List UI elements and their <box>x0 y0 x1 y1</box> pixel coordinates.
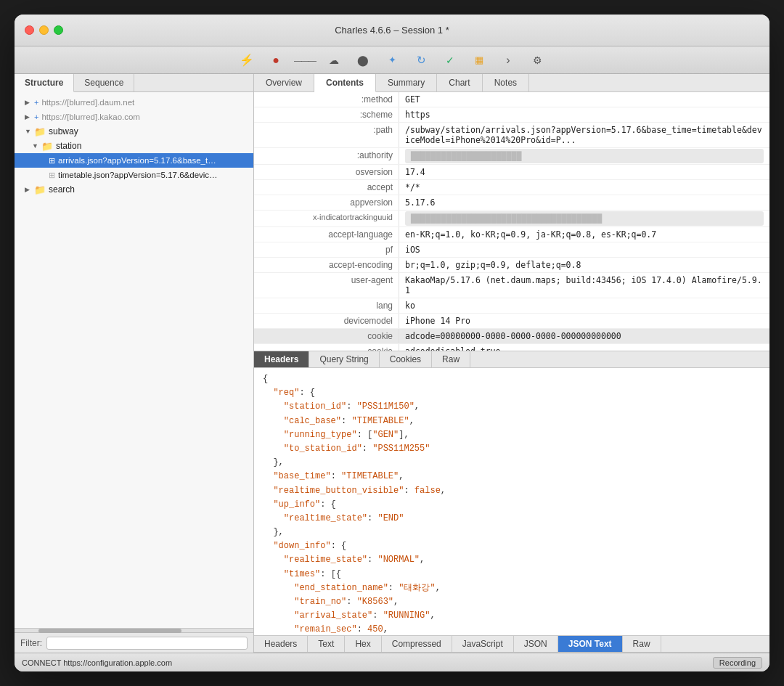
tab-summary[interactable]: Summary <box>376 74 437 91</box>
header-val-osversion: 17.4 <box>399 165 769 179</box>
tree-label-subway: subway <box>49 126 78 136</box>
header-row-scheme: :scheme https <box>254 107 769 123</box>
json-content[interactable]: { "req": { "station_id": "PSS11M150", "c… <box>254 368 769 635</box>
header-row-tracking: x-indicatortrackinguuid ████████████████… <box>254 211 769 227</box>
top-tabs: Overview Contents Summary Chart Notes <box>254 74 769 92</box>
subtab-querystring[interactable]: Query String <box>309 351 379 367</box>
subtab-cookies[interactable]: Cookies <box>380 351 432 367</box>
json-line: "realtime_state": "NORMAL", <box>263 553 761 567</box>
tree-item-station[interactable]: ▼ 📁 station <box>15 139 253 153</box>
header-row-method: :method GET <box>254 92 769 107</box>
header-val-pf: iOS <box>399 242 769 257</box>
header-val-method: GET <box>399 92 769 107</box>
file-icon-arrivals: ⊞ <box>49 156 55 166</box>
header-key-authority: :authority <box>254 148 399 164</box>
subtab-raw[interactable]: Raw <box>432 351 470 367</box>
tree-item-1[interactable]: ▶ + https://[blurred].daum.net <box>15 95 253 110</box>
btab-text[interactable]: Text <box>308 636 345 652</box>
json-line: "station_id": "PSS11M150", <box>263 400 761 414</box>
header-row-encoding: accept-encoding br;q=1.0, gzip;q=0.9, de… <box>254 258 769 273</box>
sidebar-filter: Filter: <box>15 632 253 653</box>
header-row-appversion: appversion 5.17.6 <box>254 195 769 211</box>
json-line: { <box>263 372 761 386</box>
btab-jsontext[interactable]: JSON Text <box>558 636 623 652</box>
tree-item-arrivals[interactable]: ⊞ arrivals.json?appVersion=5.17.6&base_t… <box>15 153 253 168</box>
tab-chart[interactable]: Chart <box>437 74 482 91</box>
header-val-useragent: KakaoMap/5.17.6 (net.daum.maps; build:43… <box>399 273 769 298</box>
check-btn[interactable]: ✓ <box>440 50 460 70</box>
json-line: "running_type": ["GEN"], <box>263 428 761 442</box>
header-row-langko: lang ko <box>254 298 769 314</box>
header-key-osversion: osversion <box>254 165 399 179</box>
tab-notes[interactable]: Notes <box>483 74 529 91</box>
globe-icon: + <box>34 98 38 107</box>
header-row-pf: pf iOS <box>254 242 769 258</box>
file-icon-timetable: ⊞ <box>49 171 55 180</box>
subtab-headers[interactable]: Headers <box>254 351 309 367</box>
header-key-encoding: accept-encoding <box>254 258 399 272</box>
right-panel: Overview Contents Summary Chart Notes :m… <box>254 74 769 653</box>
recording-badge[interactable]: Recording <box>713 657 762 669</box>
sidebar-tree: ▶ + https://[blurred].daum.net ▶ + https… <box>15 92 253 628</box>
json-line: "times": [{ <box>263 568 761 581</box>
json-line: "end_station_name": "태화강", <box>263 581 761 595</box>
header-key-cookie1: cookie <box>254 329 399 343</box>
tab-overview[interactable]: Overview <box>254 74 314 91</box>
btab-json[interactable]: JSON <box>514 636 558 652</box>
header-row-lang: accept-language en-KR;q=1.0, ko-KR;q=0.9… <box>254 227 769 242</box>
btab-javascript[interactable]: JavaScript <box>452 636 514 652</box>
header-val-accept: */* <box>399 180 769 195</box>
header-key-scheme: :scheme <box>254 107 399 122</box>
header-row-osversion: osversion 17.4 <box>254 165 769 180</box>
record-btn[interactable]: ● <box>266 50 286 70</box>
header-val-path: /subway/station/arrivals.json?appVersion… <box>399 123 769 147</box>
json-line: "to_station_id": "PSS11M255" <box>263 442 761 456</box>
json-line: }, <box>263 526 761 539</box>
header-key-accept: accept <box>254 180 399 195</box>
btab-raw[interactable]: Raw <box>623 636 661 652</box>
header-row-cookie1: cookie adcode=00000000-0000-0000-0000-00… <box>254 329 769 344</box>
arrow-btn[interactable]: › <box>498 50 518 70</box>
tree-arrow-subway: ▼ <box>25 128 32 135</box>
settings-btn[interactable]: ⚙ <box>527 50 547 70</box>
pin-btn[interactable]: ✦ <box>382 50 402 70</box>
refresh-btn[interactable]: ↻ <box>411 50 431 70</box>
header-key-tracking: x-indicatortrackinguuid <box>254 211 399 226</box>
header-val-scheme: https <box>399 107 769 122</box>
filter-input[interactable] <box>46 637 248 650</box>
tree-item-search[interactable]: ▶ 📁 search <box>15 182 253 197</box>
minimize-button[interactable] <box>39 25 49 35</box>
header-key-method: :method <box>254 92 399 107</box>
json-line: "train_no": "K8563", <box>263 595 761 609</box>
folder-icon-station: 📁 <box>41 141 53 152</box>
json-line: "realtime_state": "END" <box>263 512 761 526</box>
tab-structure[interactable]: Structure <box>15 74 74 92</box>
tab-sequence[interactable]: Sequence <box>74 74 134 91</box>
header-val-appversion: 5.17.6 <box>399 195 769 210</box>
titlebar: Charles 4.6.6 – Session 1 * <box>15 15 769 46</box>
throttle-btn[interactable]: ——— <box>295 50 315 70</box>
tree-item-2[interactable]: ▶ + https://[blurred].kakao.com <box>15 110 253 124</box>
tree-item-subway[interactable]: ▼ 📁 subway <box>15 124 253 139</box>
btab-hex[interactable]: Hex <box>345 636 381 652</box>
json-line: "down_info": { <box>263 539 761 553</box>
header-val-authority: ██████████████████████ <box>405 149 764 163</box>
header-key-lang: accept-language <box>254 227 399 242</box>
json-line: }, <box>263 456 761 470</box>
filter-label: Filter: <box>20 638 42 648</box>
close-button[interactable] <box>25 25 34 35</box>
header-val-cookie1: adcode=00000000-0000-0000-0000-000000000… <box>399 329 769 343</box>
headers-table: :method GET :scheme https :path /subway/… <box>254 92 769 351</box>
lightning-btn[interactable]: ⚡ <box>237 50 257 70</box>
gift-btn[interactable]: ▦ <box>469 50 489 70</box>
btab-headers[interactable]: Headers <box>254 636 308 652</box>
maximize-button[interactable] <box>54 25 63 35</box>
json-line: "req": { <box>263 386 761 400</box>
tree-label-search: search <box>49 184 75 195</box>
tree-item-timetable[interactable]: ⊞ timetable.json?appVersion=5.17.6&devic… <box>15 168 253 182</box>
tab-contents[interactable]: Contents <box>314 74 376 92</box>
cloud-btn[interactable]: ☁ <box>324 50 344 70</box>
clear-btn[interactable]: ⬤ <box>353 50 373 70</box>
tree-label-2: https://[blurred].kakao.com <box>41 113 140 121</box>
btab-compressed[interactable]: Compressed <box>382 636 452 652</box>
